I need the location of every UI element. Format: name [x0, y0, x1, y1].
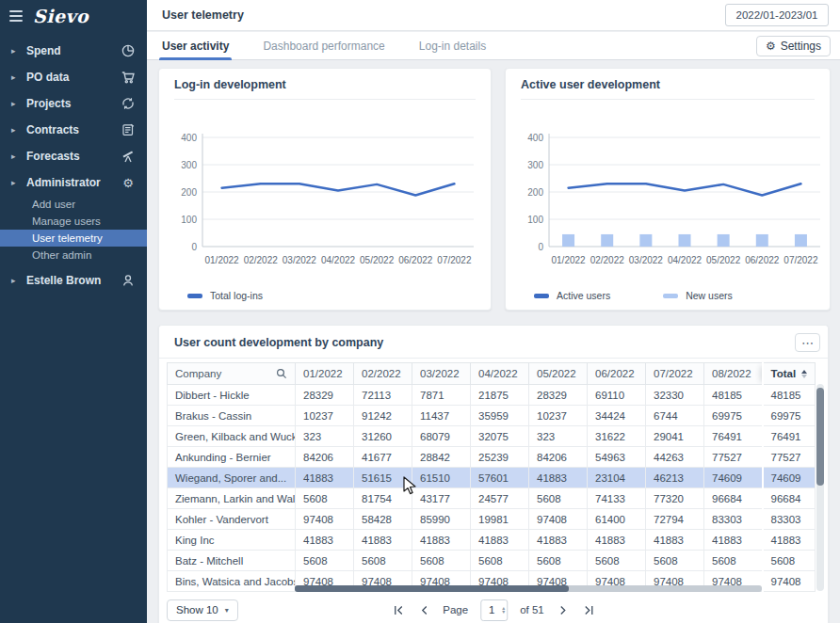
tab-login-details[interactable]: Log-in details	[419, 32, 486, 60]
column-header-month[interactable]: 06/2022	[588, 363, 646, 385]
more-options-button[interactable]: ⋯	[795, 333, 820, 352]
table-row[interactable]: Dibbert - Hickle283297211378712187528329…	[168, 385, 816, 406]
chevron-right-icon: ▸	[11, 125, 24, 135]
value-cell: 58428	[354, 509, 412, 530]
value-cell: 97408	[529, 509, 588, 530]
last-page-button[interactable]	[582, 603, 595, 616]
total-cell: 41883	[763, 530, 816, 551]
svg-text:0: 0	[538, 242, 543, 252]
column-header-month[interactable]: 07/2022	[646, 363, 704, 385]
column-header-month[interactable]: 02/2022	[354, 363, 412, 385]
divider	[174, 99, 476, 100]
company-cell: King Inc	[168, 530, 296, 551]
search-icon[interactable]	[276, 368, 287, 379]
previous-page-button[interactable]	[417, 603, 430, 616]
value-cell: 46213	[646, 468, 704, 488]
value-cell: 41883	[471, 530, 529, 551]
value-cell: 5608	[529, 551, 588, 571]
legend-swatch	[663, 294, 678, 298]
company-cell: Green, Kilback and Wuckert	[168, 426, 296, 447]
value-cell: 25239	[471, 447, 529, 468]
value-cell: 21875	[471, 385, 529, 406]
total-cell: 77527	[763, 447, 816, 468]
column-header-month[interactable]: 05/2022	[529, 363, 588, 385]
sidebar-subitem-other-admin[interactable]: Other admin	[0, 247, 147, 264]
sort-icon[interactable]	[801, 370, 807, 378]
vertical-scrollbar-thumb[interactable]	[816, 388, 824, 486]
column-header-total[interactable]: Total	[763, 363, 816, 385]
chevron-right-icon: ▸	[11, 152, 24, 161]
table-row[interactable]: Ankunding - Bernier842064167728842252398…	[168, 447, 816, 468]
horizontal-scrollbar-thumb[interactable]	[295, 585, 569, 592]
page-title: User telemetry	[162, 8, 725, 22]
column-header-month[interactable]: 04/2022	[471, 363, 529, 385]
tab-dashboard-performance[interactable]: Dashboard performance	[263, 32, 384, 60]
svg-text:300: 300	[527, 160, 543, 170]
table-row[interactable]: Ziemann, Larkin and Walsh560881754431772…	[168, 488, 816, 509]
value-cell: 41883	[296, 530, 354, 551]
svg-text:200: 200	[181, 187, 197, 198]
table-row[interactable]: King Inc41883418834188341883418834188341…	[168, 530, 816, 551]
sidebar-subitem-add-user[interactable]: Add user	[0, 196, 147, 213]
value-cell: 84206	[296, 447, 354, 468]
table-header-bar: User count development by company ⋯	[159, 326, 828, 358]
sidebar-subitem-user-telemetry[interactable]: User telemetry	[0, 230, 147, 247]
legend-entry: Total log-ins	[187, 290, 263, 301]
sidebar-item-user-profile[interactable]: ▸ Estelle Brown	[0, 267, 147, 294]
sidebar-subitem-manage-users[interactable]: Manage users	[0, 213, 147, 230]
svg-text:07/2022: 07/2022	[783, 255, 818, 265]
tab-user-activity[interactable]: User activity	[162, 32, 229, 60]
next-page-button[interactable]	[557, 603, 570, 616]
hamburger-menu-icon[interactable]	[9, 10, 23, 22]
table-row[interactable]: Green, Kilback and Wuckert32331260680793…	[168, 426, 816, 447]
value-cell: 7871	[412, 385, 471, 406]
company-cell: Bins, Watsica and Jacobs	[168, 571, 296, 592]
date-range-selector[interactable]: 2022/01-2023/01	[725, 4, 829, 26]
donut-chart-icon	[121, 43, 136, 58]
table-row[interactable]: Wiegand, Sporer and...418835161561510576…	[168, 468, 816, 488]
svg-text:400: 400	[181, 133, 197, 143]
vertical-scrollbar[interactable]	[816, 384, 824, 591]
spinner-down-icon[interactable]: ▾	[502, 610, 505, 615]
person-icon	[121, 273, 136, 288]
chart-canvas: 010020030040001/202202/202203/202204/202…	[511, 126, 828, 279]
chevron-right-icon: ▸	[11, 72, 24, 82]
column-header-month[interactable]: 03/2022	[412, 363, 471, 385]
value-cell: 32075	[471, 426, 529, 447]
company-cell: Ankunding - Bernier	[168, 447, 296, 468]
table-row[interactable]: Kohler - Vandervort974085842885990199819…	[168, 509, 816, 530]
page-number-input[interactable]: 1 ▴▾	[480, 599, 508, 621]
svg-text:07/2022: 07/2022	[437, 255, 472, 265]
settings-label: Settings	[781, 40, 821, 53]
column-header-company[interactable]: Company	[168, 363, 296, 385]
page-spinner[interactable]: ▴▾	[502, 606, 507, 615]
legend-entry: New users	[663, 290, 733, 301]
column-header-month[interactable]: 01/2022	[296, 363, 354, 385]
value-cell: 83303	[704, 509, 763, 530]
sidebar-item-projects[interactable]: ▸ Projects	[0, 90, 147, 117]
legend-label: Total log-ins	[210, 290, 263, 301]
horizontal-scrollbar[interactable]	[295, 585, 762, 592]
company-cell: Dibbert - Hickle	[168, 385, 296, 406]
total-cell: 96684	[763, 488, 816, 509]
table-row[interactable]: Brakus - Cassin1023791242114373595910237…	[168, 406, 816, 426]
value-cell: 29041	[646, 426, 704, 447]
sidebar-item-administrator[interactable]: ▸ Administrator ⚙	[0, 169, 147, 196]
first-page-button[interactable]	[392, 603, 405, 616]
divider	[159, 358, 828, 359]
value-cell: 91242	[354, 406, 412, 426]
value-cell: 44263	[646, 447, 704, 468]
settings-button[interactable]: ⚙ Settings	[756, 36, 831, 56]
page-size-dropdown[interactable]: Show 10 ▾	[167, 599, 238, 621]
value-cell: 69975	[704, 406, 763, 426]
sidebar-item-po-data[interactable]: ▸ PO data	[0, 64, 147, 90]
company-cell: Kohler - Vandervort	[168, 509, 296, 530]
value-cell: 74609	[704, 468, 763, 488]
column-header-month[interactable]: 08/2022	[704, 363, 763, 385]
value-cell: 43177	[412, 488, 471, 509]
value-cell: 97408	[296, 509, 354, 530]
sidebar-item-forecasts[interactable]: ▸ Forecasts	[0, 143, 147, 169]
sidebar-item-spend[interactable]: ▸ Spend	[0, 38, 147, 64]
table-row[interactable]: Batz - Mitchell5608560856085608560856085…	[168, 551, 816, 571]
sidebar-item-contracts[interactable]: ▸ Contracts	[0, 117, 147, 143]
